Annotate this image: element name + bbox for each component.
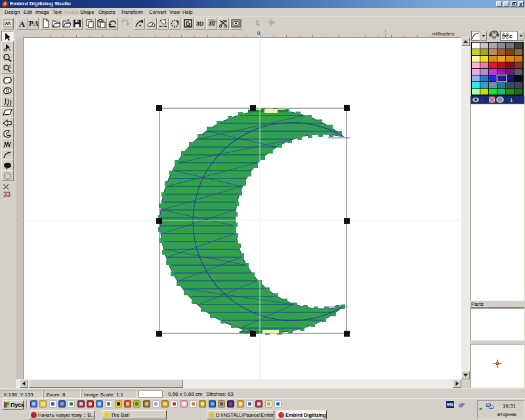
svg-text:1: 1 [510, 97, 513, 103]
svg-text:1: 1 [9, 64, 11, 69]
svg-text:c: c [509, 33, 513, 39]
